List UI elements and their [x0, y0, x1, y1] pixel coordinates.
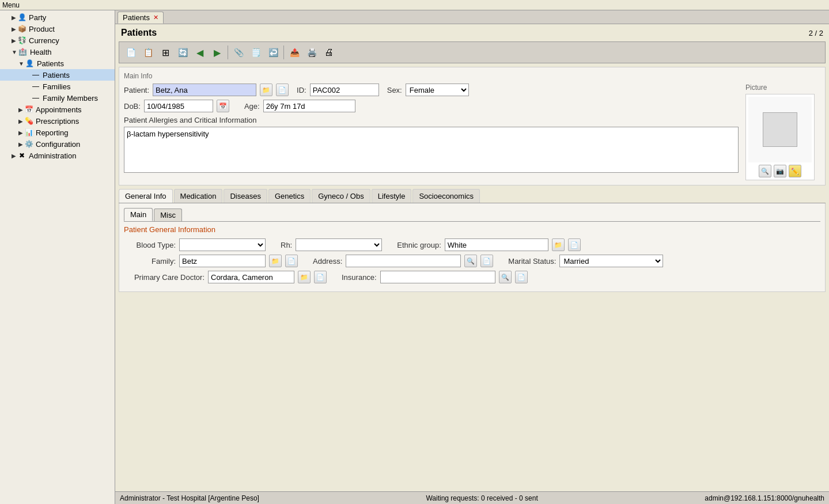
- tab-medication-label: Medication: [180, 192, 217, 200]
- tab-general-info[interactable]: General Info: [119, 189, 173, 203]
- marital-status-select[interactable]: Single Married Divorced Widowed: [559, 255, 663, 267]
- tab-bar: Patients ✕: [115, 10, 829, 24]
- attach-button[interactable]: 📎: [230, 44, 247, 60]
- family-input[interactable]: [179, 255, 266, 267]
- menu-label: Menu: [2, 1, 20, 9]
- sidebar-item-configuration[interactable]: ▶ ⚙️ Configuration: [0, 138, 115, 150]
- next-button[interactable]: ▶: [209, 44, 225, 60]
- insurance-label: Insurance:: [342, 273, 377, 282]
- sidebar-item-reporting[interactable]: ▶ 📊 Reporting: [0, 127, 115, 138]
- expand-administration: ▶: [12, 153, 16, 159]
- family-browse-button[interactable]: 📁: [269, 255, 282, 267]
- refresh-button[interactable]: 🔄: [175, 44, 191, 60]
- sidebar-item-patients-group[interactable]: ▼ 👤 Patients: [0, 58, 115, 69]
- send-button[interactable]: 📤: [286, 44, 302, 60]
- sidebar-label-configuration: Configuration: [36, 140, 80, 149]
- reporting-icon: 📊: [24, 128, 33, 137]
- sex-select[interactable]: Male Female Other: [406, 84, 469, 96]
- sidebar-item-patients[interactable]: ▶ — Patients: [0, 69, 115, 81]
- blood-type-row: Blood Type: A B AB O Rh:: [124, 238, 820, 251]
- primary-care-doctor-input[interactable]: [208, 271, 294, 283]
- sidebar-label-health: Health: [30, 48, 52, 56]
- sidebar-label-appointments: Appointments: [36, 105, 82, 114]
- address-input[interactable]: [346, 255, 461, 267]
- sidebar-item-families[interactable]: ▶ — Families: [0, 81, 115, 92]
- sidebar-label-patients-group: Patients: [37, 59, 64, 68]
- inner-tab-main[interactable]: Main: [124, 208, 153, 221]
- patient-input[interactable]: [153, 84, 256, 96]
- picture-area: [748, 97, 812, 162]
- picture-placeholder: [763, 112, 797, 147]
- doctor-row: Primary Care Doctor: 📁 📄 Insurance: 🔍 📄: [124, 271, 820, 283]
- patient-label: Patient:: [124, 86, 149, 94]
- new-button[interactable]: 📄: [123, 44, 139, 60]
- status-left: Administrator - Test Hospital [Argentine…: [120, 494, 259, 502]
- notes-button[interactable]: 🗒️: [248, 44, 264, 60]
- dob-input[interactable]: [144, 100, 213, 112]
- marital-status-label: Marital Status:: [508, 257, 556, 266]
- sidebar-label-patients: Patients: [43, 71, 70, 79]
- picture-section: Picture 🔍 📷 ✏️: [745, 84, 820, 180]
- tab-medication[interactable]: Medication: [174, 189, 223, 203]
- sidebar-item-administration[interactable]: ▶ ✖ Administration: [0, 150, 115, 161]
- rh-select[interactable]: + -: [296, 238, 382, 251]
- general-info-panel: Main Misc Patient General Information Bl…: [119, 203, 826, 292]
- picture-capture-button[interactable]: 📷: [774, 165, 786, 177]
- family-new-button[interactable]: 📄: [285, 255, 298, 267]
- picture-browse-button[interactable]: 🔍: [759, 165, 771, 177]
- sidebar-item-family-members[interactable]: ▶ — Family Members: [0, 92, 115, 104]
- outer-tabs-container: General Info Medication Diseases Genetic…: [119, 189, 826, 292]
- patient-new-button[interactable]: 📄: [276, 84, 289, 96]
- allergy-textarea[interactable]: β-lactam hypersensitivity: [124, 127, 739, 173]
- insurance-new-button[interactable]: 📄: [515, 271, 528, 283]
- tab-diseases[interactable]: Diseases: [224, 189, 267, 203]
- expand-reporting: ▶: [18, 130, 23, 136]
- prescriptions-icon: 💊: [24, 116, 33, 126]
- tab-socioeconomics[interactable]: Socioeconomics: [412, 189, 480, 203]
- print-button[interactable]: 🖨: [321, 44, 337, 60]
- patient-folder-button[interactable]: 📁: [260, 84, 272, 96]
- export-button[interactable]: ↩️: [265, 44, 281, 60]
- ethnic-group-browse-button[interactable]: 📁: [552, 238, 565, 251]
- product-icon: 📦: [17, 24, 27, 33]
- dob-calendar-button[interactable]: 📅: [217, 100, 229, 112]
- close-tab-button[interactable]: ✕: [153, 14, 158, 21]
- allergy-section: Patient Allergies and Critical Informati…: [124, 116, 739, 175]
- sidebar-item-product[interactable]: ▶ 📦 Product: [0, 23, 115, 35]
- sidebar-item-health[interactable]: ▼ 🏥 Health: [0, 46, 115, 58]
- expand-patients-group: ▼: [18, 60, 24, 67]
- address-new-button[interactable]: 📄: [480, 255, 493, 267]
- insurance-browse-button[interactable]: 🔍: [499, 271, 512, 283]
- patients-group-icon: 👤: [25, 59, 35, 68]
- tab-lifestyle[interactable]: Lifestyle: [372, 189, 412, 203]
- toolbar: 📄 📋 ⊞ 🔄 ◀ ▶ 📎 🗒️ ↩️ 📤 🖨️ 🖨: [119, 41, 826, 63]
- picture-title: Picture: [745, 84, 820, 92]
- party-icon: 👤: [17, 13, 27, 22]
- copy-button[interactable]: 📋: [140, 44, 156, 60]
- sidebar-item-party[interactable]: ▶ 👤 Party: [0, 12, 115, 23]
- picture-edit-button[interactable]: ✏️: [789, 165, 801, 177]
- rh-label: Rh:: [281, 241, 292, 249]
- appointments-icon: 📅: [24, 105, 33, 114]
- insurance-input[interactable]: [380, 271, 495, 283]
- ethnic-group-input[interactable]: [445, 238, 548, 251]
- select-all-button[interactable]: ⊞: [157, 44, 173, 60]
- sidebar-item-appointments[interactable]: ▶ 📅 Appointments: [0, 104, 115, 115]
- status-bar: Administrator - Test Hospital [Argentine…: [115, 491, 829, 504]
- id-input[interactable]: [310, 84, 379, 96]
- prev-button[interactable]: ◀: [192, 44, 208, 60]
- tab-gyneco-obs[interactable]: Gyneco / Obs: [312, 189, 370, 203]
- sidebar-item-currency[interactable]: ▶ 💱 Currency: [0, 35, 115, 46]
- patients-tab[interactable]: Patients ✕: [118, 12, 164, 24]
- ethnic-group-new-button[interactable]: 📄: [568, 238, 581, 251]
- tab-genetics[interactable]: Genetics: [268, 189, 311, 203]
- inner-tab-misc[interactable]: Misc: [154, 209, 182, 221]
- print-preview-button[interactable]: 🖨️: [304, 44, 320, 60]
- primary-care-doctor-label: Primary Care Doctor:: [124, 273, 205, 282]
- tab-genetics-label: Genetics: [275, 192, 304, 200]
- sidebar-item-prescriptions[interactable]: ▶ 💊 Prescriptions: [0, 115, 115, 127]
- doctor-browse-button[interactable]: 📁: [298, 271, 311, 283]
- blood-type-select[interactable]: A B AB O: [179, 238, 266, 251]
- doctor-new-button[interactable]: 📄: [314, 271, 327, 283]
- address-browse-button[interactable]: 🔍: [464, 255, 477, 267]
